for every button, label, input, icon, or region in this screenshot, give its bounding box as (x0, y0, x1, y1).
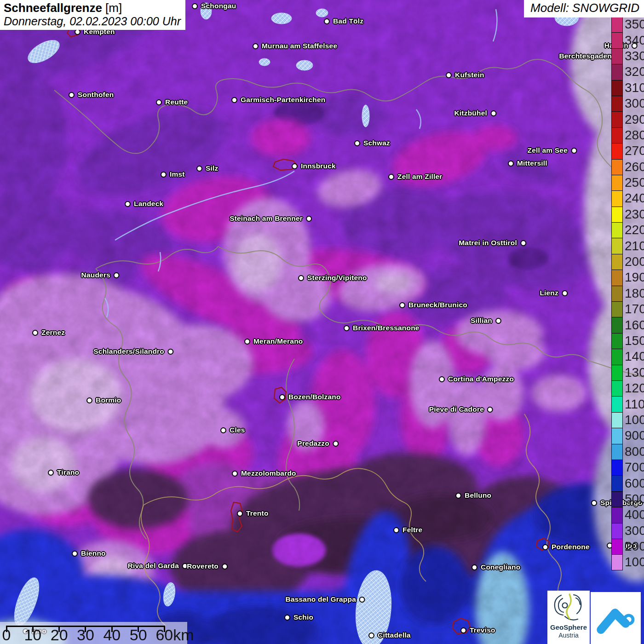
city-name: Mittersill (517, 159, 547, 167)
city-marker-dot (455, 493, 461, 499)
colorbar-segment: 2100 (611, 238, 644, 253)
city-name: Conegliano (481, 563, 520, 571)
colorbar-value: 100 (625, 556, 644, 569)
city-name: Kufstein (455, 71, 484, 79)
city-name: Murnau am Staffelsee (262, 42, 337, 50)
colorbar-value: 1000 (625, 414, 644, 426)
valid-datetime: Donnerstag, 02.02.2023 00:00 Uhr (4, 15, 181, 28)
colorbar-value: 1300 (625, 366, 644, 379)
colorbar-segment: 2600 (611, 159, 644, 175)
city-label: Sterzing/Vipiteno (298, 274, 367, 282)
colorbar-swatch (611, 349, 623, 364)
colorbar-segment: 900 (611, 428, 644, 443)
city-marker-dot (460, 627, 466, 633)
colorbar-swatch (611, 17, 623, 32)
colorbar-value: 2300 (625, 208, 644, 221)
city-name: Cles (230, 426, 245, 434)
city-label: Treviso (460, 626, 495, 634)
city-marker-dot (354, 140, 360, 146)
colorbar-value: 900 (625, 429, 644, 442)
city-name: Sillian (471, 316, 492, 325)
city-name: Cittadella (378, 631, 411, 639)
colorbar-swatch (611, 539, 623, 554)
city-marker-dot (253, 43, 259, 49)
colorbar-swatch (611, 48, 623, 64)
colorbar-swatch (611, 507, 623, 523)
city-name: Meran/Merano (253, 337, 303, 345)
city-marker-dot (487, 407, 493, 413)
geosphere-contour-icon (548, 591, 589, 623)
colorbar-swatch (611, 301, 623, 317)
city-marker-dot (324, 18, 330, 24)
city-marker-dot (298, 275, 304, 281)
city-name: Sterzing/Vipiteno (307, 274, 367, 282)
city-name: Bruneck/Brunico (408, 301, 467, 309)
colorbar-swatch (611, 270, 623, 285)
city-name: Nauders (81, 271, 110, 279)
colorbar-segment: 1500 (611, 333, 644, 349)
city-name: Pordenone (552, 543, 590, 551)
colorbar-segment: 1700 (611, 301, 644, 317)
colorbar-swatch (611, 175, 623, 190)
colorbar-segment: 2400 (611, 190, 644, 206)
city-name: Matrei in Osttirol (459, 239, 517, 247)
city-marker-dot (161, 172, 167, 178)
colorbar-value: 700 (625, 461, 644, 474)
city-name: Bad Tölz (333, 17, 363, 25)
city-name: Riva del Garda (128, 562, 179, 570)
city-label: Innsbruck (292, 162, 336, 170)
elevation-colorbar: 3500340033003200310030002900280027002600… (611, 17, 644, 570)
city-label: Belluno (455, 491, 491, 500)
city-label: Pieve di Cadore (429, 405, 493, 414)
colorbar-swatch (611, 380, 623, 396)
weather-map-screen: SchongauBad TölzKemptenMurnau am Staffel… (0, 0, 644, 644)
colorbar-swatch (611, 143, 623, 159)
city-label: Landeck (125, 200, 163, 208)
city-label: Murnau am Staffelsee (253, 42, 337, 50)
colorbar-value: 600 (625, 477, 644, 490)
scale-label: 30 (77, 627, 94, 644)
geosphere-austria-logo: GeoSphere Austria (547, 591, 590, 644)
city-label: Riva del Garda (128, 562, 188, 570)
city-label: Kitzbühel (454, 109, 496, 117)
colorbar-value: 2500 (625, 176, 644, 189)
colorbar-swatch (611, 254, 623, 270)
colorbar-swatch (611, 159, 623, 175)
city-marker-dot (571, 148, 577, 154)
city-label: Meran/Merano (244, 337, 303, 345)
colorbar-value: 800 (625, 445, 644, 458)
geosphere-wordmark: GeoSphere (547, 624, 590, 632)
city-marker-dot (306, 216, 312, 222)
colorbar-swatch (611, 475, 623, 491)
city-label: Silz (196, 164, 218, 172)
city-name: Imst (170, 170, 185, 178)
colorbar-value: 1500 (625, 334, 644, 347)
city-marker-dot (562, 290, 568, 296)
colorbar-segment: 2300 (611, 207, 644, 222)
city-label: Schlanders/Silandro (93, 347, 173, 356)
colorbar-segment: 1200 (611, 380, 644, 396)
city-label: Bruneck/Brunico (399, 301, 467, 309)
city-marker-dot (284, 615, 290, 621)
city-label: Zernez (32, 328, 65, 337)
colorbar-value: 3100 (625, 81, 644, 94)
colorbar-value: 1800 (625, 287, 644, 300)
city-label: Schio (284, 613, 313, 621)
city-name: Reutte (165, 98, 188, 106)
colorbar-swatch (611, 333, 623, 349)
page-title: Schneefallgrenze [m] (4, 1, 181, 15)
city-name: Belluno (465, 491, 491, 500)
city-marker-dot (32, 330, 38, 336)
colorbar-swatch (611, 64, 623, 80)
colorbar-segment: 2900 (611, 111, 644, 127)
city-name: Tirano (57, 468, 79, 477)
city-label: Predazzo (297, 439, 339, 448)
city-label: Lienz (540, 289, 568, 297)
city-marker-dot (495, 318, 501, 324)
colorbar-segment: 3300 (611, 48, 644, 64)
model-name-box: Modell: SNOWGRID (524, 0, 644, 17)
city-label: Zell am See (528, 146, 577, 155)
colorbar-swatch (611, 190, 623, 206)
colorbar-value: 2400 (625, 192, 644, 205)
city-label: Zell am Ziller (388, 172, 443, 181)
